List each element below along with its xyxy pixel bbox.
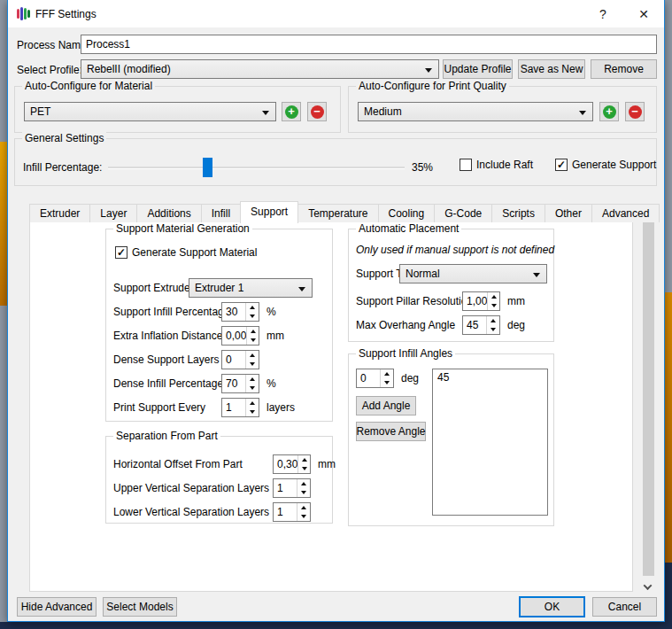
setting-unit: % [266,377,276,390]
spin-down-icon[interactable] [297,488,310,497]
remove-quality-button[interactable]: − [625,102,645,121]
quality-select[interactable]: Medium [358,102,593,121]
support-extruder-value: Extruder 1 [195,282,243,294]
generate-support-label: Generate Support [572,159,656,171]
dropdown-arrow-icon [533,273,540,277]
include-raft-checkbox[interactable]: Include Raft [460,159,533,171]
process-name-label: Process Name: [17,39,89,51]
add-quality-button[interactable]: + [599,102,619,121]
quality-value: Medium [364,105,402,118]
tab-infill[interactable]: Infill [201,204,241,222]
support-extruder-label: Support Extruder [113,282,194,294]
process-name-input[interactable] [81,35,657,54]
remove-material-button[interactable]: − [307,102,327,121]
general-settings-group: General Settings Infill Percentage: 35% … [14,138,657,186]
spin-up-icon[interactable] [247,327,259,336]
select-models-button[interactable]: Select Models [103,597,177,617]
generate-support-checkbox[interactable]: ✓ Generate Support [555,159,656,171]
generate-support-material-checkbox[interactable]: ✓ Generate Support Material [115,246,257,259]
max-overhang-spinbox[interactable]: 45 [462,315,500,335]
scroll-down-icon[interactable] [645,584,652,591]
scrollbar-thumb[interactable] [643,214,654,576]
cancel-button[interactable]: Cancel [592,597,657,617]
dense-infill-percentage-spinbox[interactable]: 70 [221,374,259,393]
lower-separation-spinbox[interactable]: 1 [273,502,311,522]
spin-down-icon[interactable] [298,464,310,473]
spin-up-icon[interactable] [246,351,259,360]
app-logo-icon [17,7,30,21]
tab-scripts[interactable]: Scripts [491,204,545,222]
material-value: PET [30,105,50,118]
add-angle-button[interactable]: Add Angle [356,396,416,415]
tab-layer[interactable]: Layer [89,204,137,222]
spin-up-icon[interactable] [246,303,259,312]
setting-label: Horizontal Offset From Part [113,458,243,470]
spin-down-icon[interactable] [297,512,310,521]
spin-up-icon[interactable] [381,369,393,378]
spin-down-icon[interactable] [487,325,499,334]
tab-advanced[interactable]: Advanced [591,204,660,222]
support-extruder-select[interactable]: Extruder 1 [189,278,313,298]
add-material-button[interactable]: + [282,102,301,121]
extra-inflation-distance-spinbox[interactable]: 0,00 [221,326,259,346]
spin-up-icon[interactable] [487,316,499,325]
background-right [664,292,672,563]
ok-button[interactable]: OK [519,596,585,617]
tab-temperature[interactable]: Temperature [297,204,378,222]
infill-slider-handle[interactable] [203,158,212,177]
tab-support[interactable]: Support [240,201,298,223]
separation-group: Separation From Part Horizontal Offset F… [105,436,333,524]
remove-button[interactable]: Remove [591,59,657,79]
tab-gcode[interactable]: G-Code [434,204,492,222]
spin-down-icon[interactable] [246,384,259,392]
tab-cooling[interactable]: Cooling [378,204,436,222]
setting-unit: mm [318,458,336,470]
vertical-scrollbar[interactable] [641,202,656,592]
tab-other[interactable]: Other [545,204,592,222]
spin-up-icon[interactable] [246,375,259,384]
help-icon[interactable]: ? [583,0,623,27]
support-infill-percentage-spinbox[interactable]: 30 [221,302,259,322]
dense-support-layers-spinbox[interactable]: 0 [221,350,259,369]
angles-listbox[interactable]: 45 [432,369,548,516]
close-icon[interactable]: ✕ [623,0,664,27]
setting-unit: % [266,306,276,318]
upper-separation-spinbox[interactable]: 1 [273,478,311,498]
minus-icon: − [311,105,324,119]
setting-label: Dense Support Layers [113,353,219,366]
pillar-resolution-spinbox[interactable]: 1,00 [462,291,500,311]
automatic-placement-note: Only used if manual support is not defin… [356,244,554,256]
spin-up-icon[interactable] [488,292,499,301]
remove-angle-button[interactable]: Remove Angle [356,422,426,441]
spin-up-icon[interactable] [298,455,310,464]
tab-extruder[interactable]: Extruder [29,204,90,222]
infill-angles-group: Support Infill Angles 0 deg Add Angle Re… [348,353,554,526]
spin-down-icon[interactable] [381,378,393,387]
update-profile-button[interactable]: Update Profile [443,59,513,79]
support-type-select[interactable]: Normal [399,264,547,283]
spin-down-icon[interactable] [488,301,499,310]
hide-advanced-button[interactable]: Hide Advanced [17,597,97,617]
print-support-every-spinbox[interactable]: 1 [221,398,259,417]
material-select[interactable]: PET [24,102,276,121]
tab-additions[interactable]: Additions [136,204,201,222]
save-as-new-button[interactable]: Save as New [518,59,585,79]
profile-select[interactable]: RebelII (modified) [81,59,439,79]
infill-percentage-value: 35% [412,161,433,174]
angle-list-item[interactable]: 45 [433,369,547,385]
spin-down-icon[interactable] [246,360,259,369]
spin-up-icon[interactable] [297,503,310,512]
horizontal-offset-spinbox[interactable]: 0,30 [273,454,311,474]
fff-settings-dialog: FFF Settings ? ✕ Process Name: Select Pr… [7,0,665,622]
include-raft-label: Include Raft [476,159,533,171]
spin-up-icon[interactable] [246,399,259,408]
infill-slider-track[interactable] [108,167,405,169]
spin-down-icon[interactable] [246,312,259,321]
background-bottom-dark [0,622,672,629]
angle-spinbox[interactable]: 0 [356,369,394,388]
spin-up-icon[interactable] [297,479,310,488]
spin-down-icon[interactable] [247,336,259,345]
spin-down-icon[interactable] [246,408,259,416]
setting-label: Dense Infill Percentage [113,377,223,390]
titlebar[interactable]: FFF Settings ? ✕ [8,0,664,27]
